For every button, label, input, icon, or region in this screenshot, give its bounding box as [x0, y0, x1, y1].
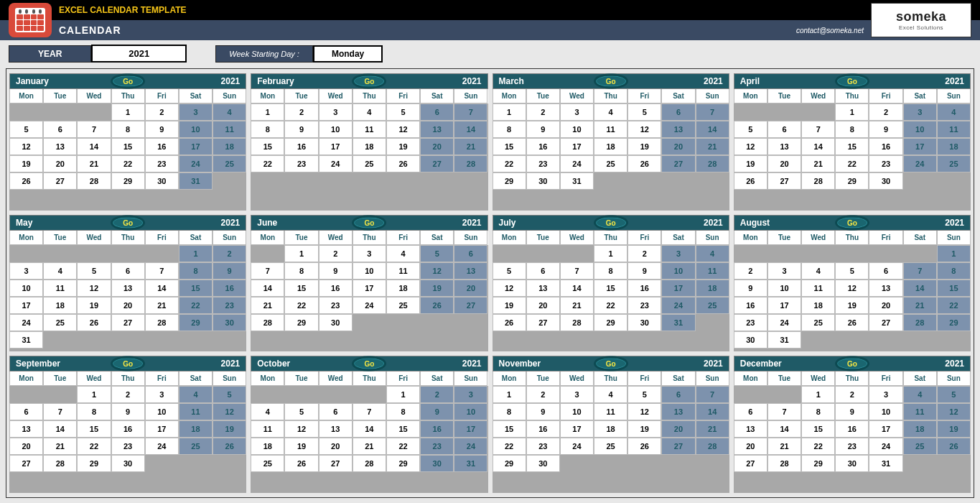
day-cell[interactable]: 16	[213, 280, 246, 297]
day-cell[interactable]: 16	[284, 138, 318, 155]
day-cell[interactable]: 3	[903, 103, 937, 121]
day-cell[interactable]: 27	[661, 438, 695, 455]
day-cell[interactable]: 2	[869, 103, 902, 121]
day-cell[interactable]: 2	[213, 245, 246, 262]
day-cell[interactable]: 27	[526, 314, 560, 331]
day-cell[interactable]: 23	[526, 155, 560, 172]
day-cell[interactable]: 3	[560, 103, 594, 121]
day-cell[interactable]: 21	[560, 297, 594, 314]
day-cell[interactable]: 20	[9, 438, 43, 455]
day-cell[interactable]: 13	[454, 262, 487, 280]
day-cell[interactable]: 7	[454, 103, 487, 121]
day-cell[interactable]: 22	[801, 438, 835, 455]
day-cell[interactable]: 18	[386, 280, 420, 297]
day-cell[interactable]: 25	[801, 314, 835, 331]
day-cell[interactable]: 27	[869, 314, 902, 331]
day-cell[interactable]: 13	[111, 280, 145, 297]
day-cell[interactable]: 10	[560, 121, 594, 138]
day-cell[interactable]: 22	[493, 438, 526, 455]
day-cell[interactable]: 20	[526, 297, 560, 314]
day-cell[interactable]: 9	[526, 403, 560, 420]
day-cell[interactable]: 6	[767, 121, 801, 138]
day-cell[interactable]: 19	[9, 155, 43, 172]
day-cell[interactable]: 26	[386, 155, 420, 172]
day-cell[interactable]: 13	[526, 280, 560, 297]
day-cell[interactable]: 23	[213, 297, 246, 314]
day-cell[interactable]: 12	[734, 138, 767, 155]
day-cell[interactable]: 31	[454, 455, 487, 472]
day-cell[interactable]: 26	[9, 172, 43, 190]
day-cell[interactable]: 21	[77, 155, 111, 172]
day-cell[interactable]: 23	[284, 155, 318, 172]
day-cell[interactable]: 6	[420, 103, 454, 121]
day-cell[interactable]: 11	[937, 121, 971, 138]
day-cell[interactable]: 24	[767, 314, 801, 331]
day-cell[interactable]: 26	[734, 172, 767, 190]
day-cell[interactable]: 21	[801, 155, 835, 172]
day-cell[interactable]: 17	[903, 138, 937, 155]
day-cell[interactable]: 12	[213, 403, 246, 420]
day-cell[interactable]: 24	[179, 155, 213, 172]
day-cell[interactable]: 1	[77, 386, 111, 403]
day-cell[interactable]: 23	[869, 155, 902, 172]
day-cell[interactable]: 16	[869, 138, 902, 155]
day-cell[interactable]: 2	[111, 386, 145, 403]
day-cell[interactable]: 6	[526, 262, 560, 280]
day-cell[interactable]: 13	[734, 420, 767, 438]
day-cell[interactable]: 19	[493, 297, 526, 314]
day-cell[interactable]: 22	[493, 155, 526, 172]
day-cell[interactable]: 8	[493, 121, 526, 138]
day-cell[interactable]: 28	[43, 455, 77, 472]
day-cell[interactable]: 12	[420, 262, 454, 280]
day-cell[interactable]: 14	[454, 121, 487, 138]
day-cell[interactable]: 18	[903, 420, 937, 438]
day-cell[interactable]: 5	[213, 386, 246, 403]
day-cell[interactable]: 11	[594, 121, 627, 138]
day-cell[interactable]: 4	[179, 386, 213, 403]
day-cell[interactable]: 4	[43, 262, 77, 280]
day-cell[interactable]: 4	[594, 386, 627, 403]
day-cell[interactable]: 27	[734, 455, 767, 472]
day-cell[interactable]: 17	[9, 297, 43, 314]
day-cell[interactable]: 28	[903, 314, 937, 331]
day-cell[interactable]: 27	[454, 297, 487, 314]
day-cell[interactable]: 20	[661, 138, 695, 155]
day-cell[interactable]: 24	[869, 438, 902, 455]
day-cell[interactable]: 13	[319, 420, 353, 438]
day-cell[interactable]: 27	[319, 455, 353, 472]
day-cell[interactable]: 28	[767, 455, 801, 472]
day-cell[interactable]: 29	[493, 455, 526, 472]
day-cell[interactable]: 13	[661, 121, 695, 138]
day-cell[interactable]: 30	[526, 455, 560, 472]
day-cell[interactable]: 4	[696, 245, 729, 262]
day-cell[interactable]: 3	[661, 245, 695, 262]
day-cell[interactable]: 20	[319, 438, 353, 455]
day-cell[interactable]: 17	[560, 138, 594, 155]
day-cell[interactable]: 8	[111, 121, 145, 138]
day-cell[interactable]: 8	[835, 121, 869, 138]
day-cell[interactable]: 25	[903, 438, 937, 455]
day-cell[interactable]: 6	[734, 403, 767, 420]
day-cell[interactable]: 7	[801, 121, 835, 138]
day-cell[interactable]: 3	[9, 262, 43, 280]
day-cell[interactable]: 1	[801, 386, 835, 403]
day-cell[interactable]: 14	[696, 121, 729, 138]
day-cell[interactable]: 6	[454, 245, 487, 262]
day-cell[interactable]: 28	[696, 155, 729, 172]
day-cell[interactable]: 14	[251, 280, 284, 297]
day-cell[interactable]: 9	[145, 121, 179, 138]
day-cell[interactable]: 17	[319, 138, 353, 155]
day-cell[interactable]: 5	[420, 245, 454, 262]
day-cell[interactable]: 21	[43, 438, 77, 455]
day-cell[interactable]: 12	[627, 403, 661, 420]
day-cell[interactable]: 7	[145, 262, 179, 280]
day-cell[interactable]: 14	[767, 420, 801, 438]
day-cell[interactable]: 13	[767, 138, 801, 155]
day-cell[interactable]: 6	[9, 403, 43, 420]
day-cell[interactable]: 24	[560, 438, 594, 455]
day-cell[interactable]: 5	[386, 103, 420, 121]
day-cell[interactable]: 11	[251, 420, 284, 438]
day-cell[interactable]: 21	[353, 438, 386, 455]
day-cell[interactable]: 2	[145, 103, 179, 121]
day-cell[interactable]: 19	[213, 420, 246, 438]
